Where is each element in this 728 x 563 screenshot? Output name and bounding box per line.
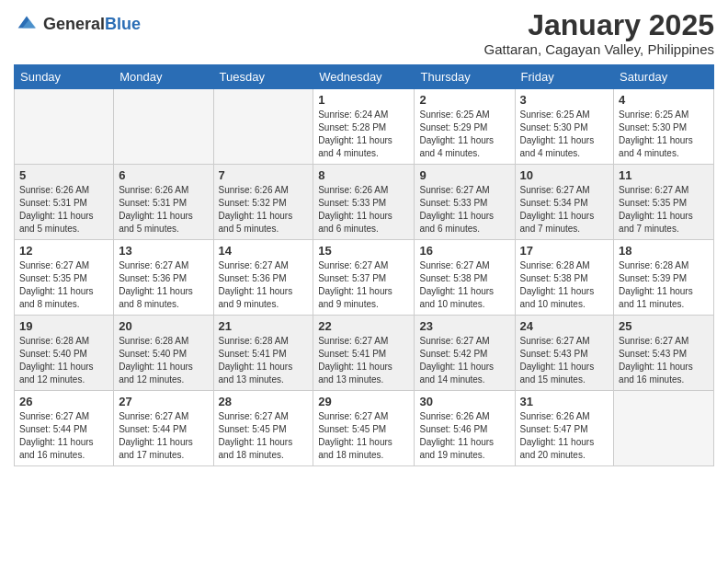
day-number: 3 bbox=[520, 93, 609, 107]
day-info: Sunrise: 6:26 AMSunset: 5:33 PMDaylight:… bbox=[318, 184, 409, 236]
page: GeneralBlue January 2025 Gattaran, Cagay… bbox=[0, 0, 728, 563]
table-row: 4Sunrise: 6:25 AMSunset: 5:30 PMDaylight… bbox=[614, 89, 714, 165]
calendar-week-row: 12Sunrise: 6:27 AMSunset: 5:35 PMDayligh… bbox=[15, 240, 714, 316]
day-number: 8 bbox=[318, 168, 409, 182]
table-row: 8Sunrise: 6:26 AMSunset: 5:33 PMDaylight… bbox=[313, 165, 415, 240]
day-number: 31 bbox=[520, 395, 609, 408]
day-info: Sunrise: 6:26 AMSunset: 5:31 PMDaylight:… bbox=[19, 184, 108, 236]
day-info: Sunrise: 6:28 AMSunset: 5:40 PMDaylight:… bbox=[19, 335, 108, 386]
day-number: 14 bbox=[219, 244, 309, 258]
day-number: 25 bbox=[619, 319, 709, 333]
calendar-week-row: 1Sunrise: 6:24 AMSunset: 5:28 PMDaylight… bbox=[15, 89, 714, 165]
day-number: 19 bbox=[19, 319, 108, 333]
day-number: 15 bbox=[318, 244, 409, 258]
day-info: Sunrise: 6:27 AMSunset: 5:36 PMDaylight:… bbox=[219, 259, 309, 311]
header-tuesday: Tuesday bbox=[213, 65, 313, 89]
header-thursday: Thursday bbox=[415, 65, 515, 89]
day-info: Sunrise: 6:27 AMSunset: 5:43 PMDaylight:… bbox=[520, 335, 609, 386]
day-info: Sunrise: 6:27 AMSunset: 5:33 PMDaylight:… bbox=[419, 184, 509, 236]
day-info: Sunrise: 6:28 AMSunset: 5:39 PMDaylight:… bbox=[619, 259, 709, 311]
table-row: 1Sunrise: 6:24 AMSunset: 5:28 PMDaylight… bbox=[313, 89, 415, 165]
table-row: 12Sunrise: 6:27 AMSunset: 5:35 PMDayligh… bbox=[15, 240, 114, 316]
table-row: 14Sunrise: 6:27 AMSunset: 5:36 PMDayligh… bbox=[213, 240, 313, 316]
day-info: Sunrise: 6:27 AMSunset: 5:34 PMDaylight:… bbox=[520, 184, 609, 236]
table-row: 27Sunrise: 6:27 AMSunset: 5:44 PMDayligh… bbox=[114, 391, 213, 466]
day-info: Sunrise: 6:27 AMSunset: 5:37 PMDaylight:… bbox=[318, 259, 409, 311]
day-info: Sunrise: 6:27 AMSunset: 5:38 PMDaylight:… bbox=[419, 259, 509, 311]
calendar-week-row: 19Sunrise: 6:28 AMSunset: 5:40 PMDayligh… bbox=[15, 316, 714, 391]
day-info: Sunrise: 6:26 AMSunset: 5:47 PMDaylight:… bbox=[520, 410, 609, 462]
table-row: 7Sunrise: 6:26 AMSunset: 5:32 PMDaylight… bbox=[213, 165, 313, 240]
day-number: 26 bbox=[19, 395, 108, 408]
header-monday: Monday bbox=[114, 65, 213, 89]
calendar-week-row: 26Sunrise: 6:27 AMSunset: 5:44 PMDayligh… bbox=[15, 391, 714, 466]
day-info: Sunrise: 6:24 AMSunset: 5:28 PMDaylight:… bbox=[318, 109, 409, 160]
table-row: 9Sunrise: 6:27 AMSunset: 5:33 PMDaylight… bbox=[415, 165, 515, 240]
calendar-header-row: Sunday Monday Tuesday Wednesday Thursday… bbox=[15, 65, 714, 89]
table-row: 25Sunrise: 6:27 AMSunset: 5:43 PMDayligh… bbox=[614, 316, 714, 391]
table-row bbox=[15, 89, 114, 165]
table-row: 22Sunrise: 6:27 AMSunset: 5:41 PMDayligh… bbox=[313, 316, 415, 391]
day-number: 11 bbox=[619, 168, 709, 182]
table-row: 29Sunrise: 6:27 AMSunset: 5:45 PMDayligh… bbox=[313, 391, 415, 466]
day-info: Sunrise: 6:28 AMSunset: 5:38 PMDaylight:… bbox=[520, 259, 609, 311]
day-number: 27 bbox=[119, 395, 208, 408]
table-row: 19Sunrise: 6:28 AMSunset: 5:40 PMDayligh… bbox=[15, 316, 114, 391]
day-number: 28 bbox=[219, 395, 309, 408]
day-info: Sunrise: 6:27 AMSunset: 5:45 PMDaylight:… bbox=[318, 410, 409, 462]
table-row: 13Sunrise: 6:27 AMSunset: 5:36 PMDayligh… bbox=[114, 240, 213, 316]
day-number: 13 bbox=[119, 244, 208, 258]
day-number: 1 bbox=[318, 93, 409, 107]
day-number: 6 bbox=[119, 168, 208, 182]
day-info: Sunrise: 6:27 AMSunset: 5:42 PMDaylight:… bbox=[419, 335, 509, 386]
day-info: Sunrise: 6:25 AMSunset: 5:30 PMDaylight:… bbox=[520, 109, 609, 160]
table-row: 26Sunrise: 6:27 AMSunset: 5:44 PMDayligh… bbox=[15, 391, 114, 466]
day-number: 24 bbox=[520, 319, 609, 333]
logo-icon bbox=[14, 9, 40, 39]
header-sunday: Sunday bbox=[15, 65, 114, 89]
day-info: Sunrise: 6:27 AMSunset: 5:36 PMDaylight:… bbox=[119, 259, 208, 311]
header-wednesday: Wednesday bbox=[313, 65, 415, 89]
table-row bbox=[614, 391, 714, 466]
day-info: Sunrise: 6:27 AMSunset: 5:44 PMDaylight:… bbox=[19, 410, 108, 462]
table-row: 30Sunrise: 6:26 AMSunset: 5:46 PMDayligh… bbox=[415, 391, 515, 466]
day-info: Sunrise: 6:28 AMSunset: 5:40 PMDaylight:… bbox=[119, 335, 208, 386]
logo-general: GeneralBlue bbox=[43, 16, 141, 33]
table-row: 31Sunrise: 6:26 AMSunset: 5:47 PMDayligh… bbox=[515, 391, 614, 466]
calendar-week-row: 5Sunrise: 6:26 AMSunset: 5:31 PMDaylight… bbox=[15, 165, 714, 240]
day-info: Sunrise: 6:26 AMSunset: 5:46 PMDaylight:… bbox=[419, 410, 509, 462]
table-row: 20Sunrise: 6:28 AMSunset: 5:40 PMDayligh… bbox=[114, 316, 213, 391]
table-row: 11Sunrise: 6:27 AMSunset: 5:35 PMDayligh… bbox=[614, 165, 714, 240]
day-info: Sunrise: 6:25 AMSunset: 5:29 PMDaylight:… bbox=[419, 109, 509, 160]
day-number: 9 bbox=[419, 168, 509, 182]
day-number: 20 bbox=[119, 319, 208, 333]
day-info: Sunrise: 6:27 AMSunset: 5:35 PMDaylight:… bbox=[619, 184, 709, 236]
day-number: 29 bbox=[318, 395, 409, 408]
day-info: Sunrise: 6:25 AMSunset: 5:30 PMDaylight:… bbox=[619, 109, 709, 160]
table-row: 23Sunrise: 6:27 AMSunset: 5:42 PMDayligh… bbox=[415, 316, 515, 391]
table-row: 18Sunrise: 6:28 AMSunset: 5:39 PMDayligh… bbox=[614, 240, 714, 316]
table-row: 10Sunrise: 6:27 AMSunset: 5:34 PMDayligh… bbox=[515, 165, 614, 240]
title-block: January 2025 Gattaran, Cagayan Valley, P… bbox=[484, 9, 714, 57]
day-info: Sunrise: 6:27 AMSunset: 5:43 PMDaylight:… bbox=[619, 335, 709, 386]
table-row bbox=[114, 89, 213, 165]
day-number: 10 bbox=[520, 168, 609, 182]
location-title: Gattaran, Cagayan Valley, Philippines bbox=[484, 41, 714, 57]
day-info: Sunrise: 6:27 AMSunset: 5:35 PMDaylight:… bbox=[19, 259, 108, 311]
table-row: 2Sunrise: 6:25 AMSunset: 5:29 PMDaylight… bbox=[415, 89, 515, 165]
day-number: 18 bbox=[619, 244, 709, 258]
header-saturday: Saturday bbox=[614, 65, 714, 89]
day-number: 16 bbox=[419, 244, 509, 258]
header-friday: Friday bbox=[515, 65, 614, 89]
table-row: 28Sunrise: 6:27 AMSunset: 5:45 PMDayligh… bbox=[213, 391, 313, 466]
day-info: Sunrise: 6:27 AMSunset: 5:45 PMDaylight:… bbox=[219, 410, 309, 462]
day-info: Sunrise: 6:27 AMSunset: 5:44 PMDaylight:… bbox=[119, 410, 208, 462]
table-row: 17Sunrise: 6:28 AMSunset: 5:38 PMDayligh… bbox=[515, 240, 614, 316]
header: GeneralBlue January 2025 Gattaran, Cagay… bbox=[14, 9, 714, 57]
table-row: 16Sunrise: 6:27 AMSunset: 5:38 PMDayligh… bbox=[415, 240, 515, 316]
day-number: 22 bbox=[318, 319, 409, 333]
day-info: Sunrise: 6:28 AMSunset: 5:41 PMDaylight:… bbox=[219, 335, 309, 386]
day-number: 17 bbox=[520, 244, 609, 258]
day-number: 5 bbox=[19, 168, 108, 182]
day-info: Sunrise: 6:27 AMSunset: 5:41 PMDaylight:… bbox=[318, 335, 409, 386]
